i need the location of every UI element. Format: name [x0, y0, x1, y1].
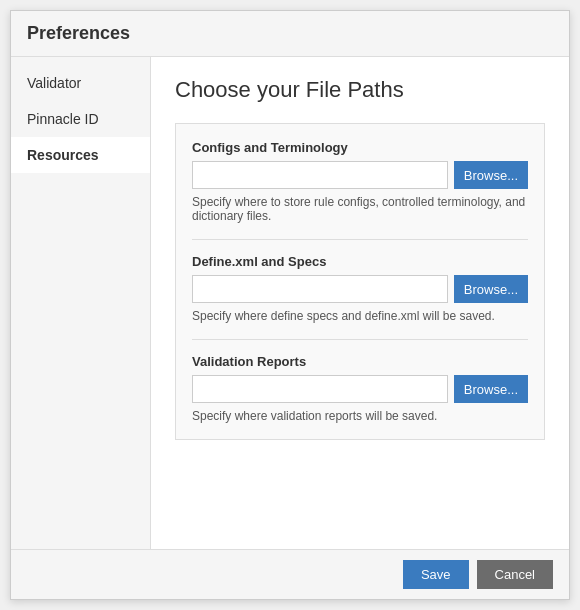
define-description: Specify where define specs and define.xm…	[192, 309, 528, 323]
preferences-dialog: Preferences Validator Pinnacle ID Resour…	[10, 10, 570, 600]
cancel-button[interactable]: Cancel	[477, 560, 553, 589]
sidebar: Validator Pinnacle ID Resources	[11, 57, 151, 549]
define-field-row: Browse...	[192, 275, 528, 303]
configs-label: Configs and Terminology	[192, 140, 528, 155]
configs-browse-button[interactable]: Browse...	[454, 161, 528, 189]
divider-1	[192, 239, 528, 240]
configs-description: Specify where to store rule configs, con…	[192, 195, 528, 223]
save-button[interactable]: Save	[403, 560, 469, 589]
validation-input[interactable]	[192, 375, 448, 403]
dialog-header: Preferences	[11, 11, 569, 57]
divider-2	[192, 339, 528, 340]
sidebar-item-pinnacle-id[interactable]: Pinnacle ID	[11, 101, 150, 137]
define-input[interactable]	[192, 275, 448, 303]
validation-field-row: Browse...	[192, 375, 528, 403]
validation-label: Validation Reports	[192, 354, 528, 369]
define-label: Define.xml and Specs	[192, 254, 528, 269]
section-title: Choose your File Paths	[175, 77, 545, 103]
define-browse-button[interactable]: Browse...	[454, 275, 528, 303]
dialog-title: Preferences	[27, 23, 130, 43]
configs-field-row: Browse...	[192, 161, 528, 189]
configs-input[interactable]	[192, 161, 448, 189]
field-group-define: Define.xml and Specs Browse... Specify w…	[192, 254, 528, 323]
file-path-card: Configs and Terminology Browse... Specif…	[175, 123, 545, 440]
field-group-configs: Configs and Terminology Browse... Specif…	[192, 140, 528, 223]
validation-description: Specify where validation reports will be…	[192, 409, 528, 423]
dialog-body: Validator Pinnacle ID Resources Choose y…	[11, 57, 569, 549]
sidebar-item-validator[interactable]: Validator	[11, 65, 150, 101]
field-group-validation: Validation Reports Browse... Specify whe…	[192, 354, 528, 423]
dialog-footer: Save Cancel	[11, 549, 569, 599]
main-content: Choose your File Paths Configs and Termi…	[151, 57, 569, 549]
validation-browse-button[interactable]: Browse...	[454, 375, 528, 403]
sidebar-item-resources[interactable]: Resources	[11, 137, 150, 173]
